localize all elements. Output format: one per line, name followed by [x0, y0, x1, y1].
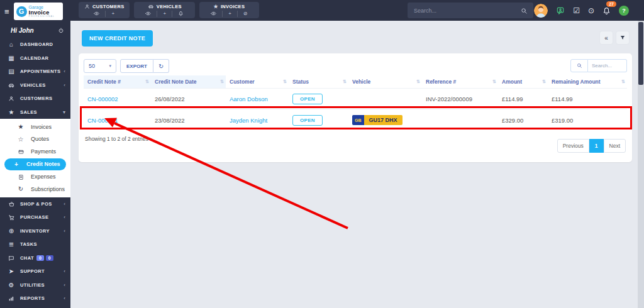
reference-cell — [422, 109, 498, 131]
user-avatar[interactable] — [534, 4, 548, 18]
credit-note-date: 26/08/2022 — [151, 89, 226, 109]
column-header-amount[interactable]: Amount⇅ — [498, 75, 548, 89]
customer-link[interactable]: Aaron Dobson — [230, 96, 268, 102]
draft-invoice-icon[interactable]: ⊘ — [237, 11, 253, 17]
column-header-credit-note-date[interactable]: Credit Note Date⇅ — [151, 75, 226, 89]
chat-badge-2: 0 — [46, 255, 53, 261]
submenu-item-quotes[interactable]: ☆ Quotes — [0, 133, 70, 146]
column-header-vehicle[interactable]: Vehicle⇅ — [348, 75, 422, 89]
pagination-next-button[interactable]: Next — [604, 139, 626, 153]
table-search-button[interactable] — [570, 59, 588, 72]
notifications-bell[interactable]: 27 — [602, 5, 611, 16]
table-row[interactable]: CN-000002 26/08/2022 Aaron Dobson OPEN I… — [84, 89, 627, 109]
sort-icon: ⇅ — [283, 79, 287, 84]
quick-panel-customers-title: CUSTOMERS — [84, 4, 124, 9]
remaining-amount-cell: £319.00 — [548, 109, 627, 131]
bell-icon — [178, 11, 184, 16]
pagination-previous-button[interactable]: Previous — [557, 139, 589, 153]
help-icon[interactable]: ? — [619, 6, 629, 16]
plus-icon: + — [12, 161, 21, 168]
filter-button[interactable] — [616, 31, 630, 45]
clock-icon[interactable]: ⊙ — [588, 7, 594, 14]
remaining-amount-cell: £114.99 — [548, 89, 627, 109]
eye-icon — [94, 11, 99, 16]
quick-panel-vehicles-title: VEHICLES — [148, 4, 182, 9]
table-search-input[interactable] — [588, 59, 627, 72]
eye-icon — [145, 11, 151, 16]
add-customer-icon[interactable]: + — [105, 11, 120, 17]
quick-panels: CUSTOMERS + VEHICLES + ★ INVOICES — [79, 2, 259, 18]
vertical-scrollbar-track[interactable] — [638, 21, 644, 308]
refresh-button[interactable]: ↻ — [153, 59, 169, 73]
page-size-select[interactable]: 50 ▾ — [84, 59, 116, 73]
column-header-credit-note[interactable]: Credit Note #⇅ — [84, 75, 151, 89]
new-credit-note-button[interactable]: NEW CREDIT NOTE — [82, 30, 153, 47]
pagination-page-1-button[interactable]: 1 — [589, 139, 604, 153]
message-square-icon[interactable] — [556, 6, 565, 15]
logout-power-icon[interactable] — [58, 25, 64, 36]
submenu-item-payments[interactable]: Payments — [0, 145, 70, 158]
task-list-icon: ≣ — [6, 241, 16, 248]
chevron-left-icon: ‹ — [64, 268, 65, 274]
submenu-item-subscriptions[interactable]: ↻ Subscriptions — [0, 183, 70, 195]
credit-note-link[interactable]: CN-000002 — [87, 96, 118, 102]
sidebar-item-reports[interactable]: REPORTS ‹ — [0, 292, 70, 305]
column-header-customer[interactable]: Customer⇅ — [226, 75, 289, 89]
view-customers-icon[interactable] — [88, 11, 105, 17]
chat-badge-1: 0 — [36, 255, 44, 261]
chevron-left-icon: ‹ — [64, 282, 65, 288]
column-header-status[interactable]: Status⇅ — [289, 75, 348, 89]
notification-count-badge: 27 — [606, 1, 616, 7]
quick-panel-label: CUSTOMERS — [92, 4, 124, 9]
user-greeting: Hi John — [11, 27, 58, 34]
submenu-item-invoices[interactable]: ★ Invoices — [0, 121, 70, 133]
table-row[interactable]: CN-000001 23/08/2022 Jayden Knight OPEN … — [84, 109, 627, 131]
export-button[interactable]: EXPORT — [120, 59, 153, 73]
add-invoice-icon[interactable]: + — [222, 11, 237, 17]
hamburger-menu-icon[interactable]: ≡ — [0, 7, 14, 16]
column-header-remaining-amount[interactable]: Remaining Amount⇅ — [548, 75, 627, 89]
column-header-reference[interactable]: Reference #⇅ — [422, 75, 498, 89]
sidebar-item-inventory[interactable]: ⊕ INVENTORY ‹ — [0, 224, 70, 238]
bell-icon — [602, 7, 611, 15]
sidebar-item-vehicles[interactable]: VEHICLES ‹ — [0, 79, 70, 92]
sidebar-item-utilities[interactable]: ⚙ UTILITIES ‹ — [0, 278, 70, 292]
credit-note-date: 23/08/2022 — [151, 109, 226, 131]
sidebar-item-purchase[interactable]: PURCHASE ‹ — [0, 211, 70, 224]
view-invoices-icon[interactable] — [205, 11, 222, 17]
sidebar-item-support[interactable]: ➤ SUPPORT ‹ — [0, 265, 70, 278]
vertical-scrollbar-thumb[interactable] — [638, 22, 643, 85]
cart-icon — [6, 214, 16, 221]
eye-icon — [211, 11, 216, 16]
appointments-calendar-icon: ▤ — [6, 68, 16, 75]
sidebar-item-calendar[interactable]: ▦ CALENDAR — [0, 52, 70, 65]
refresh-icon: ↻ — [16, 185, 25, 192]
chevron-left-icon: ‹ — [64, 201, 65, 207]
search-icon[interactable] — [521, 5, 528, 16]
collapse-button[interactable]: « — [599, 31, 613, 45]
check-square-icon[interactable]: ☑ — [573, 7, 580, 14]
app-logo[interactable]: G Garage Invoice PROFESSIONAL — [14, 3, 63, 20]
quick-panel-customers: CUSTOMERS + — [79, 2, 130, 18]
sidebar-item-shop-pos[interactable]: SHOP & POS ‹ — [0, 197, 70, 211]
topbar: CUSTOMERS + VEHICLES + ★ INVOICES — [0, 0, 644, 21]
quick-panel-vehicles: VEHICLES + — [134, 2, 195, 18]
sidebar-item-chat[interactable]: CHAT 0 0 — [0, 251, 70, 265]
credit-note-link[interactable]: CN-000001 — [87, 117, 118, 124]
sidebar-item-tasks[interactable]: ≣ TASKS — [0, 238, 70, 251]
view-vehicles-icon[interactable] — [140, 11, 157, 17]
status-badge: OPEN — [292, 115, 323, 126]
sidebar-item-quick-email-text[interactable]: ✉ QUICK EMAIL/TEXT ‹ — [0, 305, 70, 308]
submenu-item-expenses[interactable]: Expenses — [0, 171, 70, 184]
add-vehicle-icon[interactable]: + — [157, 11, 172, 17]
sidebar-item-dashboard[interactable]: ⌂ DASHBOARD — [0, 38, 70, 52]
customer-link[interactable]: Jayden Knight — [230, 117, 267, 124]
vehicle-reminder-icon[interactable] — [172, 11, 189, 17]
global-search-input[interactable] — [408, 8, 521, 14]
sidebar-item-customers[interactable]: CUSTOMERS — [0, 92, 70, 106]
chevron-left-icon: ‹ — [64, 82, 65, 88]
sidebar-item-sales[interactable]: ★ SALES ▾ — [0, 106, 70, 119]
submenu-item-credit-notes[interactable]: + Credit Notes — [4, 158, 66, 170]
sidebar-item-appointments[interactable]: ▤ APPOINTMENTS ‹ — [0, 65, 70, 79]
logo-line3: PROFESSIONAL — [29, 16, 55, 18]
